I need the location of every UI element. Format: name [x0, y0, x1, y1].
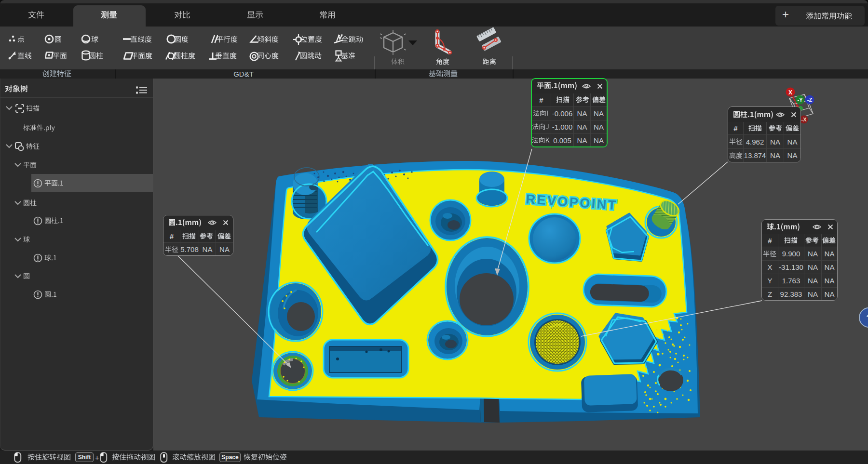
svg-text:-Y: -Y — [798, 97, 803, 103]
svg-text:X: X — [788, 89, 792, 96]
svg-text:-X: -X — [801, 117, 807, 122]
svg-text:?: ? — [866, 312, 868, 324]
svg-text:-Z: -Z — [807, 97, 813, 103]
